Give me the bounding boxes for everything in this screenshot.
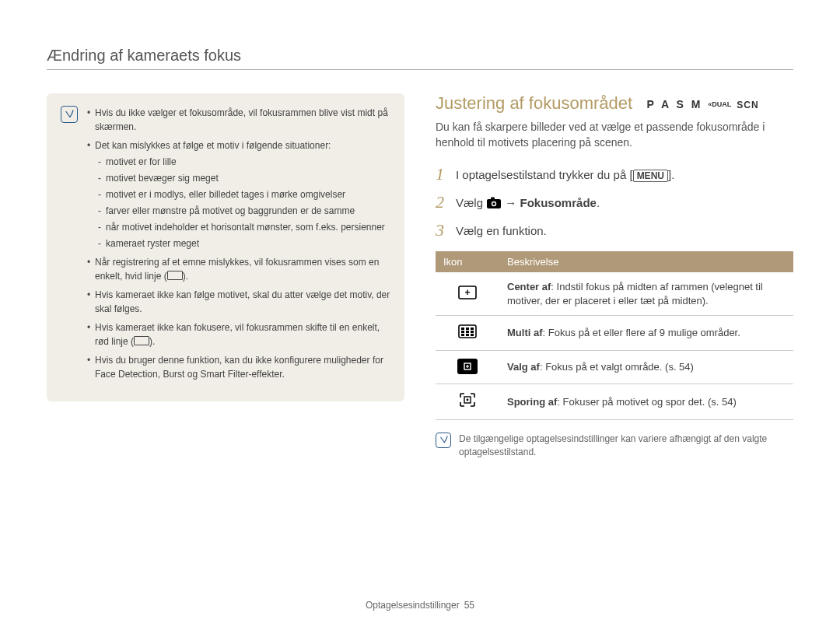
info-sub-bullet: farver eller mønstre på motivet og baggr…	[98, 204, 390, 218]
mode-icons: P A S M «DUAL SCN	[647, 98, 759, 110]
note-icon	[61, 106, 78, 123]
multi-af-icon	[457, 324, 478, 339]
cell-desc: Valg af: Fokus på et valgt område. (s. 5…	[499, 350, 793, 384]
step-item: 2Vælg → Fokusområde.	[436, 192, 793, 212]
info-sub-bullet: når motivet indeholder et horisontalt mø…	[98, 220, 390, 234]
table-note: De tilgængelige optagelsesindstillinger …	[436, 433, 793, 459]
section-description: Du kan få skarpere billeder ved at vælge…	[436, 120, 793, 150]
frame-rect-icon	[167, 271, 183, 280]
info-bullet: Hvis kameraet ikke kan følge motivet, sk…	[87, 288, 390, 316]
info-bullet: Når registrering af et emne mislykkes, v…	[87, 255, 390, 283]
info-sub-bullet: motivet er for lille	[98, 155, 390, 169]
menu-button-label: MENU	[633, 170, 668, 182]
th-icon: Ikon	[436, 251, 499, 272]
svg-point-3	[492, 202, 495, 205]
svg-rect-12	[466, 334, 469, 336]
cell-icon	[436, 350, 499, 384]
info-bullet: Hvis du bruger denne funktion, kan du ik…	[87, 353, 390, 381]
step-text: Vælg en funktion.	[456, 224, 547, 237]
page-title: Ændring af kameraets fokus	[47, 47, 793, 70]
cell-icon	[436, 316, 499, 351]
step-text: Vælg → Fokusområde.	[456, 196, 600, 209]
svg-rect-1	[491, 197, 495, 199]
section-title: Justering af fokusområdet	[436, 93, 632, 113]
svg-rect-11	[466, 331, 469, 333]
cell-desc: Sporing af: Fokuser på motivet og spor d…	[499, 384, 793, 420]
camera-icon	[486, 197, 502, 209]
cell-desc: Multi af: Fokus på et eller flere af 9 m…	[499, 316, 793, 351]
table-row: Multi af: Fokus på et eller flere af 9 m…	[436, 316, 793, 351]
note-icon	[436, 433, 451, 448]
info-sub-bullet: motivet bevæger sig meget	[98, 171, 390, 185]
step-number: 1	[436, 164, 446, 184]
info-box: Hvis du ikke vælger et fokusområde, vil …	[47, 93, 404, 401]
info-sub-bullet: motivet er i modlys, eller billedet tage…	[98, 187, 390, 201]
table-row: Sporing af: Fokuser på motivet og spor d…	[436, 384, 793, 420]
section-heading-row: Justering af fokusområdet P A S M «DUAL …	[436, 93, 793, 114]
info-bullet: Hvis du ikke vælger et fokusområde, vil …	[87, 106, 390, 134]
svg-rect-9	[461, 334, 464, 336]
svg-rect-15	[471, 334, 474, 336]
cell-icon: +	[436, 272, 499, 316]
cell-icon	[436, 384, 499, 420]
select-af-icon	[457, 359, 478, 374]
step-item: 3Vælg en funktion.	[436, 220, 793, 240]
center-af-icon: +	[457, 285, 478, 300]
step-number: 2	[436, 192, 446, 212]
th-desc: Beskrivelse	[499, 251, 793, 272]
step-text: I optagelsestilstand trykker du på [MENU…	[456, 168, 674, 181]
page-footer: Optagelsesindstillinger55	[0, 600, 840, 611]
svg-rect-8	[461, 331, 464, 333]
tracking-af-icon	[457, 392, 478, 408]
info-bullet: Hvis kameraet ikke kan fokusere, vil fok…	[87, 321, 390, 349]
info-bullet: Det kan mislykkes at følge et motiv i fø…	[87, 138, 390, 250]
frame-rect-icon	[134, 336, 149, 345]
svg-rect-10	[466, 328, 469, 330]
svg-rect-13	[471, 328, 474, 330]
table-row: Valg af: Fokus på et valgt område. (s. 5…	[436, 350, 793, 384]
table-row: +Center af: Indstil fokus på midten af r…	[436, 272, 793, 316]
info-sub-bullet: kameraet ryster meget	[98, 236, 390, 250]
step-number: 3	[436, 220, 446, 240]
cell-desc: Center af: Indstil fokus på midten af ra…	[499, 272, 793, 316]
svg-point-20	[467, 399, 469, 401]
step-item: 1I optagelsestilstand trykker du på [MEN…	[436, 164, 793, 184]
focus-area-table: Ikon Beskrivelse +Center af: Indstil fok…	[436, 251, 793, 420]
svg-rect-7	[461, 328, 464, 330]
svg-text:+: +	[464, 287, 470, 298]
svg-rect-14	[471, 331, 474, 333]
